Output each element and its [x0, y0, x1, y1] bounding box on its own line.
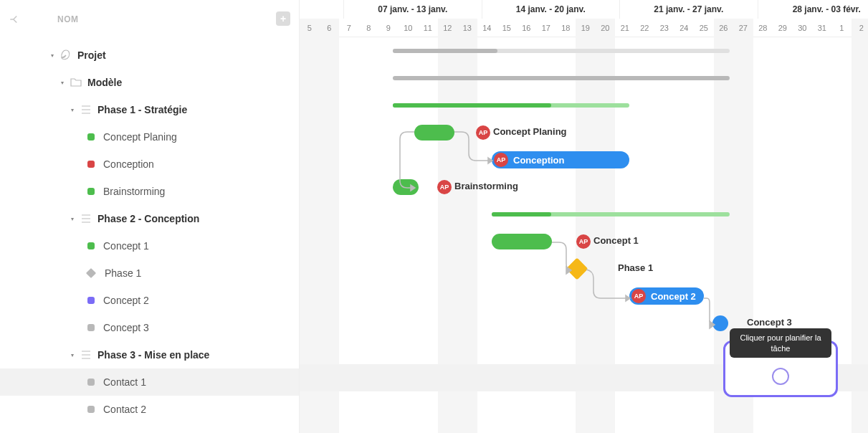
day-header: 21	[615, 19, 635, 37]
tree-label: Concept 1	[103, 240, 149, 252]
tree-label: Concept 3	[103, 322, 149, 333]
tree-label: Phase 3 - Mise en place	[97, 349, 209, 361]
leaf-icon	[60, 49, 72, 61]
tree-item-concept2[interactable]: Concept 2	[0, 287, 299, 314]
tree-label: Projet	[77, 49, 106, 61]
tree-item-phase1-ms[interactable]: Phase 1	[0, 260, 299, 287]
tree-item-phase1[interactable]: Phase 1 - Stratégie	[0, 96, 299, 123]
gantt-row	[300, 201, 868, 228]
toggle-icon[interactable]	[49, 52, 56, 59]
milestone-bar[interactable]	[566, 257, 588, 280]
tree-label: Contact 1	[103, 376, 146, 388]
gantt-row: AP Concept 1	[300, 228, 868, 255]
tree-item-brainstorming[interactable]: Brainstorming	[0, 178, 299, 205]
day-header: 25	[694, 19, 714, 37]
summary-bar-progress	[393, 103, 551, 108]
day-header: 20	[596, 19, 616, 37]
gantt-row: Phase 1	[300, 255, 868, 282]
tree-label: Concept 2	[103, 295, 149, 306]
day-header: 30	[793, 19, 813, 37]
day-header: 27	[733, 19, 753, 37]
schedule-task-popup[interactable]: Cliquer pour planifier la tâche	[723, 341, 838, 397]
day-header: 15	[497, 19, 517, 37]
week-header: 28 janv. - 03 févr.	[758, 0, 869, 19]
tree-label: Phase 2 - Conception	[97, 213, 199, 224]
day-header: 9	[378, 19, 399, 37]
week-header: 21 janv. - 27 janv.	[619, 0, 758, 19]
day-header: 31	[812, 19, 832, 37]
gantt-row: AP Concept 2	[300, 282, 868, 310]
tree-label: Conception	[103, 158, 154, 170]
status-dot-icon	[87, 297, 95, 304]
gantt-row	[300, 37, 868, 65]
tree-item-concept3[interactable]: Concept 3	[0, 314, 299, 341]
tree-label: Phase 1 - Stratégie	[97, 104, 187, 115]
task-bar[interactable]	[712, 315, 728, 331]
schedule-target-icon[interactable]	[772, 368, 789, 385]
tooltip: Cliquer pour planifier la tâche	[730, 328, 831, 358]
week-header: 14 janv. - 20 janv.	[482, 0, 620, 19]
gantt-row: AP Conception	[300, 146, 868, 173]
task-bar[interactable]	[492, 234, 552, 249]
status-dot-icon	[87, 242, 95, 249]
day-header: 16	[517, 19, 537, 37]
tree-item-modele[interactable]: Modèle	[0, 69, 299, 96]
back-icon[interactable]	[9, 13, 22, 26]
list-icon	[80, 213, 92, 224]
day-header: 5	[300, 19, 320, 37]
assignee-avatar: AP	[576, 234, 591, 249]
summary-bar[interactable]	[393, 76, 730, 80]
status-dot-icon	[87, 324, 95, 331]
tree-item-concept1[interactable]: Concept 1	[0, 232, 299, 260]
day-header: 14	[477, 19, 497, 37]
day-header: 2	[852, 19, 868, 37]
tree-item-projet[interactable]: Projet	[0, 42, 299, 69]
gantt-row	[300, 65, 868, 92]
task-bar[interactable]: AP Concept 2	[629, 287, 704, 305]
bar-label: Brainstorming	[454, 181, 518, 191]
tree-label: Contact 2	[103, 404, 146, 415]
toggle-icon[interactable]	[69, 215, 76, 222]
tree-item-contact2[interactable]: Contact 2	[0, 396, 299, 423]
day-header: 17	[536, 19, 556, 37]
task-bar[interactable]	[393, 179, 419, 195]
bar-label: Concept 2	[651, 291, 696, 302]
tree-item-contact1[interactable]: Contact 1	[0, 368, 299, 396]
day-header: 24	[674, 19, 695, 37]
task-bar[interactable]	[414, 125, 454, 141]
day-header: 8	[359, 19, 379, 37]
bar-label: Concept 1	[593, 235, 639, 246]
day-header: 13	[457, 19, 477, 37]
assignee-avatar: AP	[494, 153, 508, 167]
tree-item-phase3[interactable]: Phase 3 - Mise en place	[0, 341, 299, 368]
gantt-row: AP Brainstorming	[300, 173, 868, 201]
tree-item-phase2[interactable]: Phase 2 - Conception	[0, 205, 299, 232]
day-header: 29	[773, 19, 793, 37]
day-header: 26	[714, 19, 734, 37]
task-bar[interactable]: AP Conception	[492, 151, 629, 168]
week-header: 07 janv. - 13 janv.	[343, 0, 482, 19]
day-header: 6	[320, 19, 340, 37]
add-task-button[interactable]: +	[276, 11, 290, 26]
assignee-avatar: AP	[631, 289, 646, 303]
toggle-icon[interactable]	[59, 79, 66, 86]
toggle-icon[interactable]	[69, 106, 76, 113]
gantt-chart[interactable]: 07 janv. - 13 janv.14 janv. - 20 janv.21…	[300, 0, 868, 433]
status-dot-icon	[87, 133, 95, 141]
tree-label: Phase 1	[105, 267, 141, 279]
timeline-header: 07 janv. - 13 janv.14 janv. - 20 janv.21…	[300, 0, 868, 37]
summary-bar-progress	[492, 212, 551, 217]
tree-item-conception[interactable]: Conception	[0, 151, 299, 178]
tree-item-concept-planing[interactable]: Concept Planing	[0, 123, 299, 151]
tree-label: Brainstorming	[103, 186, 165, 197]
gantt-row: AP Concept Planing	[300, 119, 868, 146]
assignee-avatar: AP	[476, 125, 490, 140]
status-dot-icon	[87, 406, 95, 413]
bar-label: Conception	[513, 155, 565, 166]
toggle-icon[interactable]	[69, 351, 76, 358]
bar-label: Phase 1	[618, 262, 653, 273]
day-header: 7	[339, 19, 359, 37]
day-header: 22	[635, 19, 655, 37]
day-header: 28	[753, 19, 773, 37]
milestone-icon	[86, 268, 96, 278]
